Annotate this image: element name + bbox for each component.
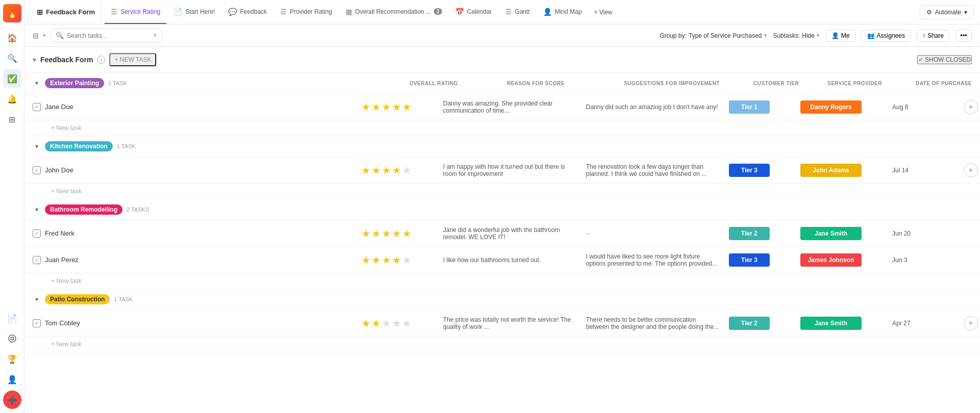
task-provider-cell: John Adams — [796, 160, 888, 181]
me-icon: 👤 — [831, 32, 839, 39]
task-check[interactable]: ✓ — [33, 229, 41, 238]
group-exterior-label: Exterior Painting — [45, 78, 104, 88]
star-5: ★ — [402, 164, 411, 176]
tab-mind-map-icon: 👤 — [543, 8, 552, 16]
add-view-button[interactable]: + View — [589, 0, 618, 24]
new-task-row-bathroom[interactable]: + New task — [24, 273, 980, 289]
sidebar-radio-icon[interactable] — [3, 329, 21, 348]
group-bathroom-header: ▾ Bathroom Remodelling 2 TASKS — [24, 199, 980, 220]
task-add-col-cell: + — [960, 96, 980, 118]
automate-icon: ⚙ — [926, 9, 932, 16]
share-label: Share — [927, 32, 944, 39]
task-name-cell: ✓ Fred Nerk — [24, 225, 357, 242]
brand-icon[interactable]: 🔥 — [3, 4, 21, 22]
star-4: ★ — [392, 317, 401, 329]
task-name-cell: ✓ Jane Doe — [24, 99, 357, 115]
automate-button[interactable]: ⚙ Automate ▾ — [920, 5, 974, 19]
task-date-cell: Apr 27 — [888, 316, 960, 331]
search-chevron: ▾ — [154, 32, 157, 39]
filter-icon[interactable]: ⊟ — [33, 32, 39, 40]
star-4: ★ — [392, 254, 401, 266]
group-kitchen-count: 1 TASK — [117, 143, 136, 149]
page-header: ▾ Feedback Form i + NEW TASK ✓ SHOW CLOS… — [24, 47, 980, 73]
task-rating-cell: ★ ★ ★ ★ ★ — [357, 97, 439, 117]
star-3: ★ — [382, 101, 391, 113]
task-add-col-cell — [960, 256, 980, 264]
filter-chevron[interactable]: ▾ — [43, 32, 46, 39]
star-4: ★ — [392, 164, 401, 176]
assignees-button[interactable]: 👥 Assignees — [862, 30, 911, 42]
task-suggestions-cell: The renovation took a few days longer th… — [582, 159, 725, 182]
task-name-cell: ✓ Juan Perez — [24, 252, 357, 268]
new-task-button[interactable]: + NEW TASK — [109, 53, 156, 66]
page-info-icon[interactable]: i — [97, 56, 105, 64]
group-patio-toggle[interactable]: ▾ — [33, 295, 41, 303]
task-tier-cell: Tier 1 — [725, 96, 796, 118]
show-closed-button[interactable]: ✓ SHOW CLOSED — [917, 55, 972, 64]
sidebar-tasks-icon[interactable]: ✅ — [3, 69, 21, 88]
more-options-button[interactable]: ••• — [955, 29, 972, 42]
task-tier-cell: Tier 2 — [725, 223, 796, 244]
task-check[interactable]: ✓ — [33, 319, 41, 327]
sidebar-trophy-icon[interactable]: 🏆 — [3, 350, 21, 368]
group-kitchen-toggle[interactable]: ▾ — [33, 142, 41, 150]
task-add-col-cell: + — [960, 159, 980, 182]
tab-service-rating[interactable]: ☰ Service Rating — [105, 0, 166, 24]
subtasks-value: Hide — [802, 32, 815, 39]
task-name: Fred Nerk — [45, 229, 75, 237]
group-bathroom-toggle[interactable]: ▾ — [33, 205, 41, 214]
subtasks-control[interactable]: Subtasks: Hide ▾ — [773, 32, 820, 39]
share-button[interactable]: ↑ Share — [917, 30, 949, 42]
star-2: ★ — [372, 227, 381, 240]
add-col-button[interactable]: + — [964, 316, 978, 330]
tab-overall-rec[interactable]: ▦ Overall Recommendation ... 2 — [339, 0, 448, 24]
tab-overall-label: Overall Recommendation ... — [355, 8, 431, 15]
new-task-row-exterior[interactable]: + New task — [24, 120, 980, 136]
sidebar-doc-icon[interactable]: 📄 — [3, 309, 21, 327]
group-kitchen-renovation: ▾ Kitchen Renovation 1 TASK ✓ John Doe ★… — [24, 136, 980, 199]
task-check[interactable]: ✓ — [33, 166, 41, 174]
tier-badge: Tier 2 — [729, 317, 770, 330]
new-task-row-kitchen[interactable]: + New task — [24, 184, 980, 199]
star-3: ★ — [382, 164, 391, 176]
group-exterior-toggle[interactable]: ▾ — [33, 79, 41, 87]
new-task-row-patio[interactable]: + New task — [24, 337, 980, 352]
task-reason-cell: The price was totally not worth the serv… — [439, 312, 582, 334]
star-1: ★ — [361, 227, 371, 240]
search-input[interactable] — [67, 32, 151, 39]
sidebar-add-icon[interactable]: ➕ — [3, 391, 21, 409]
add-col-button[interactable]: + — [964, 163, 978, 177]
sidebar-notifications-icon[interactable]: 🔔 — [3, 90, 21, 108]
tab-start-here[interactable]: 📄 Start Here! — [167, 0, 221, 24]
task-suggestions-cell: There needs to be better communication b… — [582, 312, 725, 334]
sidebar-person-icon[interactable]: 👤 — [3, 370, 21, 389]
task-check[interactable]: ✓ — [33, 256, 41, 264]
sidebar-home-icon[interactable]: 🏠 — [3, 29, 21, 47]
me-label: Me — [841, 32, 850, 39]
star-5: ★ — [402, 227, 411, 240]
search-box[interactable]: 🔍 ▾ — [50, 29, 162, 42]
tier-badge: Tier 3 — [729, 253, 770, 267]
me-button[interactable]: 👤 Me — [826, 30, 855, 42]
tab-gantt[interactable]: ☰ Gantt — [499, 0, 536, 24]
tab-start-icon: 📄 — [174, 8, 182, 16]
sidebar-grid-icon[interactable]: ⊞ — [3, 110, 21, 128]
group-bathroom-count: 2 TASKS — [127, 206, 149, 213]
task-check[interactable]: ✓ — [33, 103, 41, 111]
tab-provider-rating[interactable]: ☰ Provider Rating — [274, 0, 338, 24]
sidebar-search-icon[interactable]: 🔍 — [3, 49, 21, 67]
star-1: ★ — [361, 317, 371, 329]
svg-point-0 — [9, 335, 16, 342]
task-reason-cell: Danny was amazing. She provided clear co… — [439, 96, 582, 118]
main-content: ⊞ Feedback Form ☰ Service Rating 📄 Start… — [24, 0, 980, 413]
page-collapse-icon[interactable]: ▾ — [33, 56, 36, 64]
task-provider-cell: Danny Rogers — [796, 96, 888, 118]
add-col-button[interactable]: + — [964, 100, 978, 114]
group-by-control[interactable]: Group by: Type of Service Purchased ▾ — [659, 32, 767, 39]
tab-calendar[interactable]: 📅 Calendar — [449, 0, 498, 24]
tab-mind-map[interactable]: 👤 Mind Map — [537, 0, 588, 24]
group-exterior-header: ▾ Exterior Painting 1 TASK OVERALL RATIN… — [24, 73, 980, 94]
star-3: ★ — [382, 227, 391, 240]
tab-feedback[interactable]: 💬 Feedback — [222, 0, 273, 24]
table-row: ✓ Tom Cobley ★ ★ ★ ★ ★ The price was tot… — [24, 310, 980, 337]
